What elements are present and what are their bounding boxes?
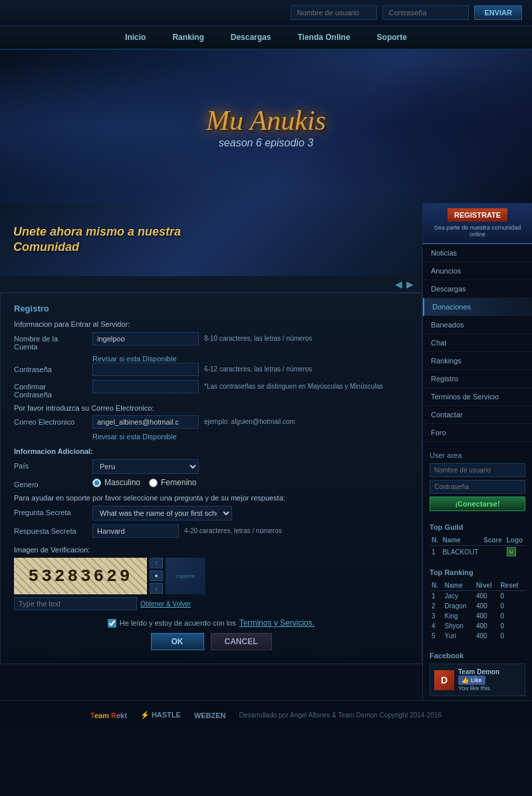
ranking-n: 1 — [430, 591, 443, 602]
sidebar-menu-item-anuncios[interactable]: Anuncios — [423, 262, 532, 280]
banner-text: Unete ahora mismo a nuestraComunidad — [13, 224, 181, 256]
captcha-refresh-link[interactable]: Obtener & Volver — [140, 600, 191, 608]
facebook-avatar: D — [434, 670, 454, 690]
country-select[interactable]: Peru — [92, 459, 199, 474]
gender-male-radio[interactable] — [92, 479, 101, 487]
captcha-ctrl-1[interactable]: ↑ — [150, 558, 163, 568]
ranking-reset: 0 — [498, 591, 525, 602]
ranking-reset: 0 — [498, 621, 525, 631]
community-banner: Unete ahora mismo a nuestraComunidad — [0, 203, 422, 276]
captcha-section: Imagen de Verificacion: 53283629 ↑ ● ↓ — [14, 546, 408, 610]
hero-subtitle: season 6 episodio 3 — [206, 137, 326, 149]
captcha-ctrl-3[interactable]: ↓ — [150, 583, 163, 594]
cancel-button[interactable]: CANCEL — [211, 633, 272, 650]
ranking-header-name: Name — [443, 580, 474, 591]
sidebar-menu-item-contactar[interactable]: Contactar — [423, 406, 532, 424]
confirm-password-label: ConfirmarContraseña — [14, 380, 87, 399]
gender-female-radio[interactable] — [149, 479, 158, 487]
login-submit-button[interactable]: ENVIAR — [474, 5, 522, 20]
ranking-player-name[interactable]: Jacy — [445, 592, 459, 600]
ranking-reset: 0 — [498, 611, 525, 621]
guild-score — [481, 546, 505, 558]
check-account-link[interactable]: Revisar si esta Disponible — [92, 355, 408, 363]
fb-like-label: Like — [471, 677, 482, 684]
ranking-reset: 0 — [498, 631, 525, 641]
sidebar-username-input[interactable] — [430, 463, 525, 477]
banner-next-icon[interactable]: ▶ — [406, 279, 414, 290]
sidebar-menu-item-descargas[interactable]: Descargas — [423, 280, 532, 298]
guild-name[interactable]: BLACKOUT — [442, 548, 478, 556]
register-banner-button[interactable]: REGISTRATE — [448, 208, 507, 222]
captcha-text-input[interactable] — [14, 597, 137, 610]
captcha-controls: ↑ ● ↓ — [150, 558, 163, 594]
banner-prev-icon[interactable]: ◀ — [395, 279, 402, 290]
ranking-row: 3 King 400 0 — [430, 611, 525, 621]
email-input[interactable] — [92, 415, 199, 429]
nav-item-inicio[interactable]: Inicio — [125, 33, 146, 42]
ranking-header-reset: Reset — [498, 580, 525, 591]
ok-button[interactable]: OK — [151, 633, 204, 650]
main-layout: Unete ahora mismo a nuestraComunidad ◀ ▶… — [0, 203, 532, 700]
terms-checkbox[interactable] — [108, 619, 116, 628]
nav-item-descargas[interactable]: Descargas — [231, 33, 271, 42]
email-hint: ejemplo: alguien@hotmail.com — [204, 415, 408, 425]
user-area: User area ¡Conectarse! — [423, 446, 532, 516]
ranking-player-name[interactable]: Dragon — [445, 602, 467, 610]
top-ranking-title: Top Ranking — [430, 568, 525, 576]
fb-like-icon: 👍 — [462, 677, 469, 684]
captcha-wrapper: 53283629 ↑ ● ↓ captcha — [14, 558, 408, 610]
footer: Team Rekt ⚡ HASTLE WEBZEN Desarrollado p… — [0, 700, 532, 729]
sidebar-menu-item-registro[interactable]: Registro — [423, 370, 532, 388]
support-label: Para ayudar en soporte por favor selecci… — [14, 494, 408, 502]
sidebar-menu-item-donaciones[interactable]: Donaciones — [423, 298, 532, 316]
registration-form-area: Registro Informacion para Entrar al Serv… — [0, 293, 422, 664]
sidebar-menu-item-foro[interactable]: Foro — [423, 424, 532, 442]
ranking-level: 400 — [474, 591, 499, 602]
facebook-section: Facebook D Team Demon 👍 Like You like th… — [423, 648, 532, 700]
facebook-info: Team Demon 👍 Like You like this. — [458, 668, 499, 692]
ranking-n: 3 — [430, 611, 443, 621]
connect-button[interactable]: ¡Conectarse! — [430, 497, 525, 511]
account-name-input[interactable] — [92, 332, 199, 345]
sidebar-menu-item-rankings[interactable]: Rankings — [423, 352, 532, 370]
nav-item-tienda[interactable]: Tienda Online — [297, 33, 350, 42]
footer-logo-3: WEBZEN — [194, 711, 226, 719]
nav-item-soporte[interactable]: Soporte — [377, 33, 407, 42]
email-label: Correo Electronico — [14, 415, 87, 426]
check-email-link[interactable]: Revisar si esta Disponible — [92, 433, 408, 441]
ranking-player-name[interactable]: King — [445, 612, 458, 620]
sidebar-password-input[interactable] — [430, 480, 525, 494]
form-buttons: OK CANCEL — [14, 633, 408, 650]
facebook-card: D Team Demon 👍 Like You like this. — [430, 664, 525, 696]
captcha-type-row: Obtener & Volver — [14, 597, 205, 610]
captcha-verify-image: captcha — [166, 558, 205, 594]
login-password-input[interactable] — [382, 5, 469, 20]
guild-header-name: Name — [440, 535, 481, 546]
facebook-like-button[interactable]: 👍 Like — [458, 676, 485, 685]
nav-item-ranking[interactable]: Ranking — [172, 33, 203, 42]
captcha-image: 53283629 — [14, 558, 147, 594]
terms-row: He leído y estoy de acuerdo con los Term… — [14, 618, 408, 628]
password-row: Contraseña 6-12 caracteres, las letras /… — [14, 363, 408, 376]
sidebar-menu-item-chat[interactable]: Chat — [423, 334, 532, 352]
footer-logo-2: ⚡ HASTLE — [140, 711, 181, 719]
country-label: País — [14, 459, 87, 470]
password-input[interactable] — [92, 363, 199, 376]
sidebar-menu-item-baneados[interactable]: Baneados — [423, 316, 532, 334]
secret-answer-input[interactable] — [92, 524, 179, 538]
guild-logo: M — [507, 547, 516, 556]
ranking-player-name[interactable]: Yuri — [445, 632, 456, 640]
ranking-row: 2 Dragon 400 0 — [430, 601, 525, 611]
guild-table: N. Name Score Logo 1 BLACKOUT M — [430, 535, 525, 558]
ranking-row: 1 Jacy 400 0 — [430, 591, 525, 602]
ranking-table: N. Name Nivel Reset 1 Jacy 400 0 2 Drago… — [430, 580, 525, 641]
footer-logo-1: Team Rekt — [90, 711, 127, 719]
terms-link[interactable]: Terminos y Servicios. — [239, 618, 315, 628]
ranking-player-name[interactable]: Shyon — [445, 622, 464, 630]
login-username-input[interactable] — [291, 5, 377, 20]
captcha-ctrl-2[interactable]: ● — [150, 570, 163, 581]
secret-question-select[interactable]: What was the name of your first school? — [92, 506, 232, 520]
confirm-password-input[interactable] — [92, 380, 199, 393]
sidebar-menu-item-noticias[interactable]: Noticias — [423, 244, 532, 262]
sidebar-menu-item-terminos[interactable]: Terminos de Servicio — [423, 388, 532, 406]
